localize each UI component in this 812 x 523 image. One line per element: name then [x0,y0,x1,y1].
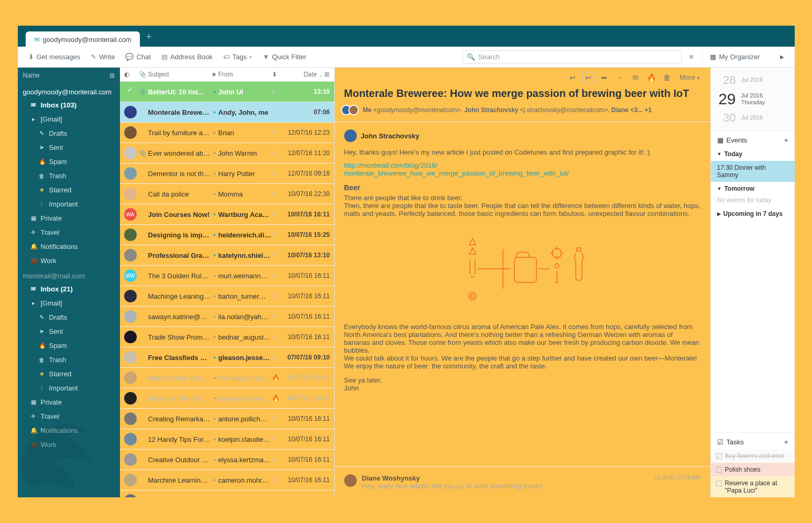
folder-item[interactable]: 🔥Spam [18,155,120,169]
from-col[interactable]: From [218,71,272,78]
date-row[interactable]: 29Jul 2016Thursday [711,89,795,110]
date: 10/07/16 16:11 [280,456,330,463]
folder-item[interactable]: 🗑Trash [18,353,120,367]
message-row[interactable]: Dementor is not that bad•Harry Potter◊12… [120,164,334,184]
reply-preview[interactable]: Diane Woshynsky01 AUG 07:06 AM Hey, real… [335,466,710,497]
folder-icon: ★ [39,371,45,377]
tomorrow-header[interactable]: ▼Tomorrow [711,182,795,195]
article-link-2[interactable]: monterale_breweree_how_we_merge_passion_… [344,169,569,177]
quick-filter-button[interactable]: ▼Quick Filter [258,50,311,63]
folder-item[interactable]: 🗑Trash [18,169,120,183]
folder-icon: 💼 [30,257,37,264]
folder-item[interactable]: ➤Sent [18,324,120,339]
message-row[interactable]: Call da police•Momma◊10/07/16 22:30 [120,184,334,204]
message-row[interactable]: Trade Show Promotions•bednar_august@hend… [120,327,334,347]
task-item[interactable]: Reserve a place at "Papa Luci" [711,476,795,497]
address-book-button[interactable]: ▤Address Book [157,50,217,63]
folder-item[interactable]: ✉Inbox (103) [18,98,120,112]
folder-item[interactable]: !Important [18,197,120,211]
menu-button[interactable]: ≡ [684,50,699,63]
star-col[interactable]: ★ [211,71,218,78]
reply-button[interactable]: ↩ [566,72,579,83]
archive-button[interactable]: ▫ [613,72,626,83]
folder-item[interactable]: ▦Private [18,211,120,225]
message-row[interactable]: 📎Ever wondered abou...•John Warren◊12/07… [120,143,334,164]
message-row[interactable]: Influence The Influence...•sawayn.katrin… [120,388,334,409]
message-row[interactable]: Creating Remarkable Po...•antone.pollich… [120,409,334,429]
add-task-button[interactable]: + [784,438,788,446]
checkbox[interactable] [716,453,722,459]
folder-label: Travel [41,228,60,236]
task-item[interactable]: Buy flowers and wine [711,449,795,463]
heat-icon: ◊ [272,476,280,484]
event-item[interactable]: 17:30 Dinner with Sammy [711,161,795,182]
message-row[interactable]: WAJoin Courses Now!•Wartburg Academy◊10/… [120,204,334,225]
avatar-col[interactable]: ◐ [124,71,139,78]
message-row[interactable]: Aloha from Hawaii!•Marianne◊19/03/16 16:… [120,491,334,497]
junk-button[interactable]: 🔥 [645,72,657,83]
message-row[interactable]: Machinge Leaning is ...•barton_turner@ef… [120,286,334,307]
folder-item[interactable]: ✎Drafts [18,310,120,324]
upcoming-header[interactable]: ▶Upcoming in 7 days [711,207,795,221]
tags-button[interactable]: 🏷Tags▾ [219,50,256,63]
today-header[interactable]: ▼Today [711,147,795,161]
folder-item[interactable]: 🔥Spam [18,339,120,353]
heat-icon: ◊ [272,88,280,95]
message-row[interactable]: Creative Outdoor Ads•elyssa.kertzmann@ya… [120,450,334,470]
message-row[interactable]: Trail by furniture as...•Brian◊12/07/16 … [120,123,334,143]
inbox-button[interactable]: ✉ [629,72,642,83]
message-row[interactable]: MWThe 3 Golden Rules Proff...•murl.weima… [120,266,334,286]
attachment-col[interactable]: 📎 [139,71,148,78]
message-row[interactable]: Marchine Learning is ...•cameron.mohr@ar… [120,470,334,491]
forward-button[interactable]: ➥ [598,72,610,83]
organizer-toggle[interactable]: ▦My Organizer ▶ [706,50,788,63]
message-row[interactable]: sawayn.katrine@manley...•ila.nolan@yahoo… [120,307,334,327]
search-input[interactable]: 🔍Search [462,50,682,63]
account-header[interactable]: monterail@mail.com [18,268,120,282]
folder-icon: ✉ [30,286,37,292]
message-row[interactable]: Professional Graphic De...•katelynn.shie… [120,245,334,266]
date-col[interactable]: Date ⌄ ⊞ [280,71,330,78]
delete-button[interactable]: 🗑 [661,72,673,83]
folder-item[interactable]: 💼Work [18,254,120,268]
more-button[interactable]: More ▾ [676,72,703,83]
tab-label: goodymoody@monterail.com [43,36,131,43]
folder-item[interactable]: ▸[Gmail] [18,112,120,126]
account-header[interactable]: goodymoody@monterail.com [18,84,120,98]
get-messages-button[interactable]: ⬇Get messages [24,50,85,63]
svg-point-4 [555,264,559,268]
folder-item[interactable]: ✉Inbox (21) [18,282,120,296]
chat-button[interactable]: 💬Chat [121,50,155,63]
folder-item[interactable]: ✈Travel [18,225,120,239]
message-row[interactable]: 12 Handy Tips For Gener...•koelpin.claud… [120,429,334,450]
article-link[interactable]: http://monterail.com/blog/2016/ [344,161,438,169]
folder-item[interactable]: ▸[Gmail] [18,296,120,310]
message-row[interactable]: Designing is important•heidenreich.din@y… [120,225,334,245]
hot-col[interactable]: ⬇ [272,71,280,78]
folder-item[interactable]: ★Starred [18,183,120,197]
message-row[interactable]: ✓📎BetterUI: 10 list...•John UI◊13:15 [120,82,334,102]
browser-tab[interactable]: ✉ goodymoody@monterail.com [26,31,140,47]
write-button[interactable]: ✎Write [86,50,119,63]
folder-item[interactable]: 🔔Notifications [18,239,120,254]
add-event-button[interactable]: + [784,136,788,144]
add-tab-button[interactable]: + [140,27,158,47]
folder-item[interactable]: !Important [18,381,120,395]
folder-item[interactable]: ➤Sent [18,140,120,155]
task-item[interactable]: Polish shoes [711,463,795,476]
date-row[interactable]: 30Jul 2016 [711,110,795,126]
subject-col[interactable]: Subject [148,71,211,78]
unread-dot: • [211,374,218,382]
folder-item[interactable]: ✎Drafts [18,126,120,140]
message-row[interactable]: Free Classfieds Using Th...•gleason.jess… [120,347,334,368]
date-row[interactable]: 28Jul 2016 [711,72,795,89]
folder-icon: 🔥 [39,342,45,349]
heat-icon: ◊ [272,272,280,279]
folder-item[interactable]: ★Starred [18,367,120,381]
checkbox[interactable] [716,467,722,473]
reply-all-button[interactable]: ↩ [582,72,595,83]
columns-icon[interactable]: ⊞ [109,72,115,79]
checkbox[interactable] [716,481,722,486]
message-row[interactable]: Make Money Online Thr...•michael.johnson… [120,368,334,388]
message-row[interactable]: Monterale Breweree: H...•Andy, John, me◊… [120,102,334,123]
